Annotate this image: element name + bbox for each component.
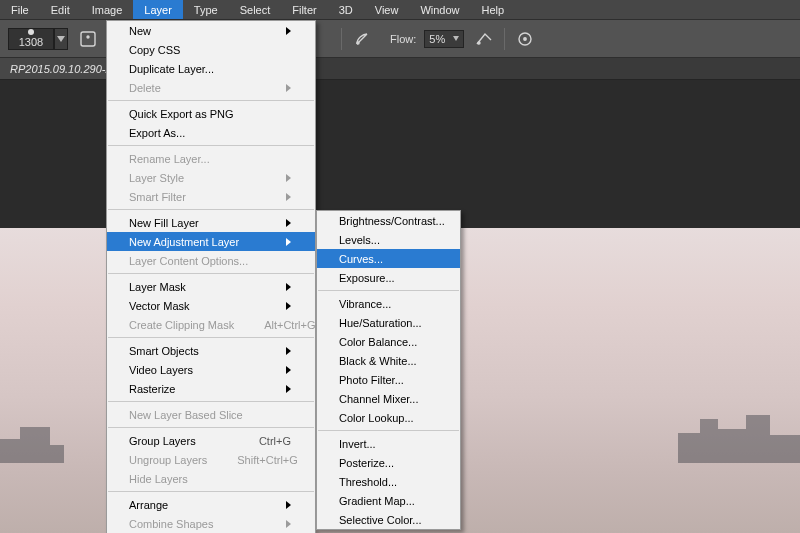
menu-item-label: Curves... xyxy=(339,253,383,265)
menu-item-label: Vibrance... xyxy=(339,298,391,310)
layer-menu-item-rasterize[interactable]: Rasterize xyxy=(107,379,315,398)
svg-point-5 xyxy=(524,37,526,39)
submenu-arrow-icon xyxy=(286,238,291,246)
adjustment-menu-item-curves[interactable]: Curves... xyxy=(317,249,460,268)
adjustment-menu-item-threshold[interactable]: Threshold... xyxy=(317,472,460,491)
menu-item-label: Ungroup Layers xyxy=(129,454,207,466)
layer-menu-item-new[interactable]: New xyxy=(107,21,315,40)
submenu-arrow-icon xyxy=(286,501,291,509)
flow-value: 5% xyxy=(429,31,445,47)
brush-panel-icon[interactable] xyxy=(76,27,100,51)
menubar[interactable]: FileEditImageLayerTypeSelectFilter3DView… xyxy=(0,0,800,20)
menu-item-label: New Adjustment Layer xyxy=(129,236,239,248)
layer-menu-item-new-layer-based-slice: New Layer Based Slice xyxy=(107,405,315,424)
menu-window[interactable]: Window xyxy=(409,0,470,19)
adjustment-menu-item-brightness-contrast[interactable]: Brightness/Contrast... xyxy=(317,211,460,230)
menu-item-shortcut: Alt+Ctrl+G xyxy=(264,319,315,331)
menu-item-label: Create Clipping Mask xyxy=(129,319,234,331)
menu-item-shortcut: Shift+Ctrl+G xyxy=(237,454,298,466)
new-adjustment-layer-submenu[interactable]: Brightness/Contrast...Levels...Curves...… xyxy=(316,210,461,530)
menu-item-label: Smart Objects xyxy=(129,345,199,357)
menu-select[interactable]: Select xyxy=(229,0,282,19)
layer-menu-item-combine-shapes: Combine Shapes xyxy=(107,514,315,533)
menu-item-label: Copy CSS xyxy=(129,44,180,56)
menu-image[interactable]: Image xyxy=(81,0,134,19)
menu-item-label: Black & White... xyxy=(339,355,417,367)
layer-menu-item-export-as[interactable]: Export As... xyxy=(107,123,315,142)
layer-menu-item-smart-objects[interactable]: Smart Objects xyxy=(107,341,315,360)
separator xyxy=(341,28,342,50)
layer-menu-item-rename-layer: Rename Layer... xyxy=(107,149,315,168)
layer-menu-item-group-layers[interactable]: Group LayersCtrl+G xyxy=(107,431,315,450)
svg-point-2 xyxy=(357,42,359,44)
layer-menu-item-layer-content-options: Layer Content Options... xyxy=(107,251,315,270)
layer-menu-item-ungroup-layers: Ungroup LayersShift+Ctrl+G xyxy=(107,450,315,469)
menu-file[interactable]: File xyxy=(0,0,40,19)
submenu-arrow-icon xyxy=(286,219,291,227)
submenu-arrow-icon xyxy=(286,366,291,374)
layer-menu-item-arrange[interactable]: Arrange xyxy=(107,495,315,514)
layer-menu-item-layer-mask[interactable]: Layer Mask xyxy=(107,277,315,296)
menu-item-label: Hue/Saturation... xyxy=(339,317,422,329)
menu-item-label: Arrange xyxy=(129,499,168,511)
menu-item-label: New Fill Layer xyxy=(129,217,199,229)
menu-item-label: Color Balance... xyxy=(339,336,417,348)
adjustment-menu-item-exposure[interactable]: Exposure... xyxy=(317,268,460,287)
target-icon[interactable] xyxy=(513,27,537,51)
pressure-opacity-icon[interactable] xyxy=(472,27,496,51)
menu-item-label: New xyxy=(129,25,151,37)
menu-item-label: Quick Export as PNG xyxy=(129,108,234,120)
airbrush-icon[interactable] xyxy=(350,27,374,51)
layer-menu[interactable]: NewCopy CSSDuplicate Layer...DeleteQuick… xyxy=(106,20,316,533)
adjustment-menu-item-channel-mixer[interactable]: Channel Mixer... xyxy=(317,389,460,408)
menu-item-label: Vector Mask xyxy=(129,300,190,312)
menu-item-label: Brightness/Contrast... xyxy=(339,215,445,227)
menu-item-label: Posterize... xyxy=(339,457,394,469)
layer-menu-item-quick-export-as-png[interactable]: Quick Export as PNG xyxy=(107,104,315,123)
menu-item-label: Color Lookup... xyxy=(339,412,414,424)
adjustment-menu-item-color-balance[interactable]: Color Balance... xyxy=(317,332,460,351)
layer-menu-item-duplicate-layer[interactable]: Duplicate Layer... xyxy=(107,59,315,78)
layer-menu-item-new-adjustment-layer[interactable]: New Adjustment Layer xyxy=(107,232,315,251)
menu-item-label: Gradient Map... xyxy=(339,495,415,507)
layer-menu-item-vector-mask[interactable]: Vector Mask xyxy=(107,296,315,315)
menu-edit[interactable]: Edit xyxy=(40,0,81,19)
menu-view[interactable]: View xyxy=(364,0,410,19)
menu-item-label: Combine Shapes xyxy=(129,518,213,530)
adjustment-menu-item-hue-saturation[interactable]: Hue/Saturation... xyxy=(317,313,460,332)
svg-point-1 xyxy=(87,36,89,38)
menu-help[interactable]: Help xyxy=(471,0,516,19)
layer-menu-item-layer-style: Layer Style xyxy=(107,168,315,187)
adjustment-menu-item-vibrance[interactable]: Vibrance... xyxy=(317,294,460,313)
adjustment-menu-item-gradient-map[interactable]: Gradient Map... xyxy=(317,491,460,510)
adjustment-menu-item-photo-filter[interactable]: Photo Filter... xyxy=(317,370,460,389)
layer-menu-item-copy-css[interactable]: Copy CSS xyxy=(107,40,315,59)
svg-rect-0 xyxy=(81,32,95,46)
adjustment-menu-item-invert[interactable]: Invert... xyxy=(317,434,460,453)
menu-item-label: Layer Content Options... xyxy=(129,255,248,267)
layer-menu-item-delete: Delete xyxy=(107,78,315,97)
menu-item-label: Selective Color... xyxy=(339,514,422,526)
menu-item-label: Export As... xyxy=(129,127,185,139)
menu-item-label: Levels... xyxy=(339,234,380,246)
menu-layer[interactable]: Layer xyxy=(133,0,183,19)
layer-menu-item-new-fill-layer[interactable]: New Fill Layer xyxy=(107,213,315,232)
layer-menu-item-video-layers[interactable]: Video Layers xyxy=(107,360,315,379)
menu-item-label: Exposure... xyxy=(339,272,395,284)
menu-item-label: Rasterize xyxy=(129,383,175,395)
menu-type[interactable]: Type xyxy=(183,0,229,19)
menu-item-label: New Layer Based Slice xyxy=(129,409,243,421)
adjustment-menu-item-black-white[interactable]: Black & White... xyxy=(317,351,460,370)
menu-3d[interactable]: 3D xyxy=(328,0,364,19)
brush-preset-picker[interactable]: 1308 xyxy=(8,28,68,50)
layer-menu-item-create-clipping-mask: Create Clipping MaskAlt+Ctrl+G xyxy=(107,315,315,334)
adjustment-menu-item-color-lookup[interactable]: Color Lookup... xyxy=(317,408,460,427)
adjustment-menu-item-selective-color[interactable]: Selective Color... xyxy=(317,510,460,529)
chevron-down-icon[interactable] xyxy=(54,28,68,50)
adjustment-menu-item-levels[interactable]: Levels... xyxy=(317,230,460,249)
flow-field[interactable]: 5% xyxy=(424,30,464,48)
menu-filter[interactable]: Filter xyxy=(281,0,327,19)
adjustment-menu-item-posterize[interactable]: Posterize... xyxy=(317,453,460,472)
brush-size-value: 1308 xyxy=(19,36,43,48)
menu-item-label: Smart Filter xyxy=(129,191,186,203)
